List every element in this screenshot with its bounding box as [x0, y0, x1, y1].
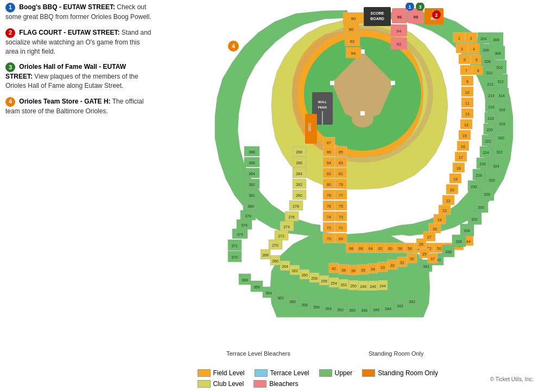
svg-text:36: 36 — [351, 269, 356, 273]
svg-text:23: 23 — [442, 209, 447, 213]
svg-text:66: 66 — [359, 247, 363, 250]
badge-4: 4 — [5, 97, 15, 107]
svg-text:208: 208 — [484, 60, 491, 63]
svg-text:254: 254 — [331, 281, 337, 285]
info-subtitle-4: - GATE H: — [80, 98, 111, 105]
svg-text:4: 4 — [232, 43, 235, 49]
legend-upper: Upper — [319, 369, 353, 377]
svg-text:33: 33 — [381, 266, 385, 269]
svg-text:306: 306 — [493, 38, 499, 42]
svg-rect-3 — [391, 81, 395, 85]
svg-text:212: 212 — [487, 82, 493, 86]
svg-text:230: 230 — [471, 185, 477, 189]
legend-sro: Standing Room Only — [362, 369, 438, 377]
svg-text:362: 362 — [277, 296, 284, 300]
svg-text:218: 218 — [487, 117, 494, 120]
svg-text:346: 346 — [373, 308, 379, 312]
svg-text:1: 1 — [458, 36, 460, 40]
field-level-label: Field Level — [213, 369, 244, 377]
svg-text:29: 29 — [422, 252, 427, 256]
svg-text:280: 280 — [296, 194, 302, 197]
svg-text:58: 58 — [398, 247, 402, 250]
svg-text:376: 376 — [241, 223, 248, 227]
svg-text:50: 50 — [437, 247, 441, 250]
svg-text:70: 70 — [327, 237, 331, 241]
info-panel: 1 Boog's BBQ - EUTAW STREET: Check out s… — [5, 3, 155, 123]
svg-text:334: 334 — [464, 229, 470, 233]
svg-text:84: 84 — [327, 161, 331, 165]
stadium-svg: SCORE BOARD 96 98 94 92 S RO 1 3 2 — [152, 3, 532, 333]
svg-text:352: 352 — [337, 308, 344, 312]
svg-text:262: 262 — [291, 269, 298, 273]
svg-text:4: 4 — [473, 47, 475, 51]
svg-text:22: 22 — [446, 199, 451, 203]
svg-text:388: 388 — [249, 150, 255, 154]
svg-text:BULL: BULL — [318, 100, 327, 104]
legend-row-2: Club Level Bleachers — [197, 380, 298, 388]
svg-text:SCORE: SCORE — [371, 11, 384, 15]
svg-text:90: 90 — [349, 27, 354, 32]
svg-text:210: 210 — [486, 71, 492, 75]
svg-text:34: 34 — [371, 267, 375, 271]
club-level-box — [197, 380, 210, 388]
info-subtitle-1: - EUTAW STREET: — [59, 3, 115, 11]
info-title-4: Orioles Team Store — [19, 98, 78, 105]
svg-text:204: 204 — [480, 37, 487, 41]
svg-text:2: 2 — [435, 12, 437, 18]
svg-text:17: 17 — [459, 156, 463, 159]
svg-text:316: 316 — [499, 108, 505, 112]
svg-text:15: 15 — [462, 134, 467, 138]
svg-text:312: 312 — [497, 80, 504, 83]
svg-text:366: 366 — [253, 285, 260, 289]
svg-text:308: 308 — [494, 52, 501, 55]
svg-rect-5 — [330, 81, 334, 85]
svg-text:246: 246 — [370, 285, 376, 288]
svg-text:206: 206 — [483, 48, 489, 52]
svg-text:320: 320 — [498, 136, 504, 140]
svg-text:278: 278 — [293, 204, 299, 208]
svg-text:310: 310 — [496, 66, 503, 69]
svg-text:82: 82 — [327, 172, 331, 176]
terrace-level-label: Terrace Level — [270, 369, 309, 377]
svg-text:228: 228 — [475, 173, 482, 177]
svg-text:314: 314 — [498, 94, 505, 98]
legend-club-level: Club Level — [197, 380, 244, 388]
standing-room-only-label: Standing Room Only — [369, 350, 424, 357]
svg-text:1: 1 — [408, 4, 411, 10]
svg-text:94: 94 — [351, 51, 356, 56]
info-item-4: 4 Orioles Team Store - GATE H: The offic… — [5, 97, 155, 116]
svg-text:268: 268 — [262, 253, 269, 257]
svg-text:3: 3 — [461, 47, 463, 51]
svg-text:2: 2 — [470, 36, 472, 40]
svg-text:38: 38 — [341, 268, 346, 272]
svg-text:30: 30 — [410, 257, 414, 261]
club-level-label: Club Level — [213, 380, 244, 388]
svg-text:332: 332 — [471, 217, 478, 221]
stadium-map: SCORE BOARD 96 98 94 92 S RO 1 3 2 — [152, 3, 532, 336]
svg-text:220: 220 — [486, 128, 493, 132]
badge-1: 1 — [5, 3, 15, 12]
svg-text:35: 35 — [361, 268, 365, 272]
svg-text:64: 64 — [369, 247, 373, 250]
svg-text:284: 284 — [296, 172, 302, 176]
info-title-1: Boog's BBQ — [19, 3, 57, 11]
terrace-level-box — [254, 369, 267, 377]
svg-text:16: 16 — [461, 145, 465, 149]
badge-2: 2 — [5, 28, 15, 38]
svg-text:BOARD: BOARD — [370, 17, 384, 21]
svg-text:256: 256 — [321, 279, 327, 283]
legend-row-1: Field Level Terrace Level Upper Standing… — [197, 369, 438, 377]
svg-text:338: 338 — [445, 250, 452, 254]
svg-text:368: 368 — [242, 278, 248, 282]
svg-text:69: 69 — [339, 237, 343, 241]
svg-text:10: 10 — [465, 91, 470, 94]
legend-field-level: Field Level — [197, 369, 244, 377]
svg-text:26: 26 — [433, 227, 437, 231]
svg-text:24: 24 — [437, 218, 442, 222]
info-title-2: FLAG COURT — [19, 29, 62, 36]
page-container: 1 Boog's BBQ - EUTAW STREET: Check out s… — [0, 0, 539, 392]
svg-text:68: 68 — [349, 247, 353, 250]
svg-text:266: 266 — [272, 259, 278, 263]
svg-text:252: 252 — [340, 283, 347, 287]
svg-text:6: 6 — [475, 58, 478, 62]
